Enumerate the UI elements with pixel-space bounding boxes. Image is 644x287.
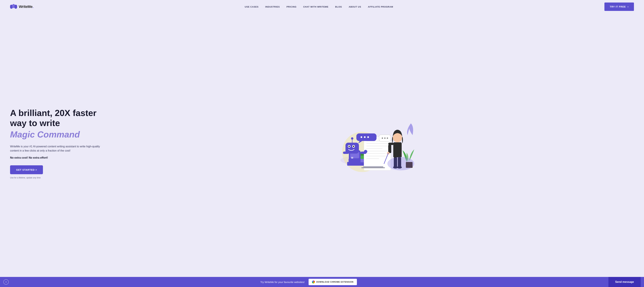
bottom-promo-text: Try WriteMe for your favourite websites! [260, 281, 304, 283]
hero-description: WriteMe is your #1 AI-powered content wr… [10, 144, 104, 153]
svg-rect-43 [393, 142, 402, 157]
hero-illustration: M [111, 110, 634, 177]
send-message-button[interactable]: Send message [608, 277, 641, 287]
svg-point-28 [351, 137, 353, 140]
lifetime-text: Use for a lifetime, update any time [10, 177, 111, 179]
illustration-svg: M [330, 110, 414, 177]
svg-rect-45 [388, 145, 391, 153]
logo-link[interactable]: WriteMe. [10, 4, 33, 10]
svg-point-31 [364, 150, 367, 153]
chrome-icon [312, 280, 315, 283]
nav-chat[interactable]: CHAT WITH WRITEME [303, 6, 328, 8]
hero-content: A brilliant, 20X faster way to write Mag… [10, 108, 111, 179]
hero-title: A brilliant, 20X faster way to write [10, 108, 111, 128]
svg-point-35 [364, 136, 366, 138]
nav-blog[interactable]: BLOG [335, 6, 342, 8]
svg-point-36 [367, 136, 369, 138]
svg-point-34 [360, 136, 362, 138]
chrome-extension-button[interactable]: DOWNLOAD CHROME EXTENSION [308, 279, 357, 285]
nav-pricing[interactable]: PRICING [286, 6, 296, 8]
bottom-bar: × Try WriteMe for your favourite website… [0, 277, 644, 287]
hero-extra-text: No extra cost! No extra effort! [10, 156, 111, 159]
try-free-button[interactable]: TRY IT FREE › [604, 3, 634, 11]
svg-point-39 [382, 137, 383, 139]
svg-point-41 [387, 137, 388, 139]
get-started-button[interactable]: GET STARTED > [10, 165, 43, 174]
svg-rect-18 [363, 166, 383, 167]
svg-text:M: M [351, 156, 353, 159]
nav-industries[interactable]: INDUSTRIES [265, 6, 280, 8]
svg-rect-2 [14, 5, 17, 9]
nav-use-cases[interactable]: USE CASES [245, 6, 258, 8]
hero-subtitle: Magic Command [10, 130, 111, 140]
svg-point-40 [384, 137, 386, 139]
nav-affiliate[interactable]: AFFILIATE PROGRAM [368, 6, 393, 8]
svg-rect-44 [388, 143, 394, 145]
svg-rect-19 [362, 167, 385, 168]
navbar: WriteMe. USE CASES INDUSTRIES PRICING CH… [0, 0, 644, 14]
bottom-center: Try WriteMe for your favourite websites!… [9, 279, 608, 285]
hero-section: A brilliant, 20X faster way to write Mag… [0, 14, 644, 277]
logo-icon [10, 4, 17, 10]
nav-links: USE CASES INDUSTRIES PRICING CHAT WITH W… [245, 5, 393, 8]
arrow-icon: › [628, 5, 628, 8]
svg-point-53 [388, 157, 414, 170]
svg-point-24 [348, 146, 350, 147]
logo-text: WriteMe. [19, 5, 33, 9]
nav-about[interactable]: ABOUT US [349, 6, 361, 8]
svg-rect-29 [343, 152, 349, 154]
close-button[interactable]: × [3, 279, 9, 285]
svg-point-26 [353, 146, 354, 147]
svg-rect-33 [356, 133, 376, 141]
